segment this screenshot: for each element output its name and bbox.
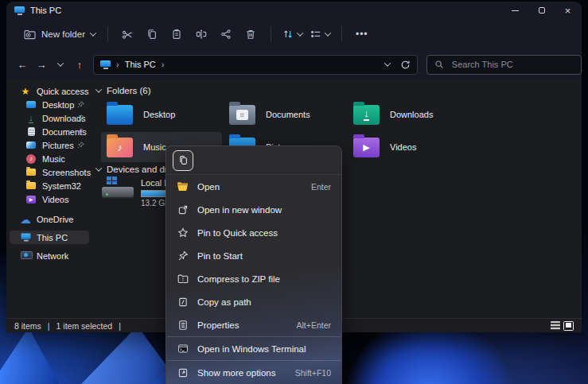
copy-button[interactable] <box>173 150 193 171</box>
minimize-button[interactable] <box>502 2 528 19</box>
collapse-chevron-icon[interactable] <box>95 165 102 171</box>
search-input[interactable] <box>450 59 562 70</box>
close-icon: × <box>565 6 571 16</box>
share-button[interactable] <box>214 24 239 45</box>
rename-button[interactable] <box>189 24 214 45</box>
open-folder-icon <box>177 181 189 192</box>
item-count: 8 items <box>14 321 41 331</box>
sidebar-item-desktop[interactable]: Desktop <box>10 98 89 111</box>
folder-tile-downloads[interactable]: ↓ Downloads <box>348 99 469 130</box>
sidebar-label: Desktop <box>42 100 74 110</box>
cut-button[interactable] <box>115 24 140 45</box>
forward-icon: → <box>37 59 47 71</box>
refresh-icon[interactable] <box>400 60 411 70</box>
menu-item-open-in-new-window[interactable]: Open in new window <box>166 198 341 221</box>
back-icon: ← <box>18 59 28 71</box>
titlebar[interactable]: This PC × <box>6 2 582 19</box>
sidebar-item-screenshots[interactable]: Screenshots <box>10 165 89 179</box>
toolbar-divider <box>107 26 108 42</box>
menu-item-compress-to-zip[interactable]: Compress to ZIP file <box>166 267 341 290</box>
maximize-button[interactable] <box>528 2 555 19</box>
rename-icon <box>196 29 207 40</box>
details-view-icon[interactable] <box>551 321 560 330</box>
sidebar-label: Music <box>42 154 65 164</box>
terminal-icon <box>177 343 189 354</box>
forward-button[interactable]: → <box>32 55 51 74</box>
toolbar-divider <box>341 26 342 42</box>
recent-locations-button[interactable] <box>51 55 70 74</box>
cut-icon <box>122 29 133 40</box>
pin-icon <box>77 114 84 122</box>
sidebar-item-videos[interactable]: ▶ Videos <box>10 192 89 206</box>
up-icon: ↑ <box>77 59 83 71</box>
back-button[interactable]: ← <box>13 55 32 74</box>
folder-tile-desktop[interactable]: Desktop <box>101 99 222 130</box>
folder-tile-videos[interactable]: ▶ Videos <box>348 132 469 162</box>
pictures-icon <box>25 140 37 150</box>
network-icon <box>20 250 31 261</box>
up-button[interactable]: ↑ <box>70 55 89 74</box>
open-new-window-icon <box>177 204 189 215</box>
show-more-icon <box>177 367 189 378</box>
menu-item-open-in-windows-terminal[interactable]: Open in Windows Terminal <box>166 337 341 360</box>
breadcrumb-this-pc[interactable]: This PC <box>125 60 156 69</box>
folder-desktop-icon <box>107 105 133 125</box>
sidebar-item-music[interactable]: ♪ Music <box>10 152 89 165</box>
new-folder-button[interactable]: New folder <box>19 26 100 43</box>
maximize-icon <box>539 7 545 14</box>
hard-drive-icon <box>101 176 134 214</box>
more-options-button[interactable]: ••• <box>349 29 375 40</box>
close-button[interactable]: × <box>555 2 581 19</box>
collapse-chevron-icon[interactable] <box>95 86 102 92</box>
sort-button[interactable] <box>278 24 306 45</box>
address-bar: ← → ↑ › This PC › <box>6 49 582 80</box>
folder-tile-documents[interactable]: ≡ Documents <box>224 99 345 130</box>
search-box[interactable] <box>426 55 582 75</box>
breadcrumb[interactable]: › This PC › <box>93 55 418 75</box>
chevron-down-icon <box>90 29 96 36</box>
sidebar-item-system32[interactable]: System32 <box>10 179 89 192</box>
sidebar-item-documents[interactable]: Documents <box>10 125 89 138</box>
music-icon: ♪ <box>25 153 37 164</box>
address-dropdown-icon[interactable] <box>384 60 391 66</box>
sidebar-label: OneDrive <box>37 215 73 224</box>
folder-music-icon: ♪ <box>107 138 133 157</box>
context-menu-mini-toolbar <box>166 146 341 175</box>
large-thumbnails-view-icon[interactable] <box>563 321 574 331</box>
sidebar-label: Screenshots <box>42 168 91 177</box>
menu-item-pin-to-quick-access[interactable]: Pin to Quick access <box>166 221 341 244</box>
pin-icon <box>77 128 84 135</box>
chevron-down-icon <box>57 60 64 66</box>
paste-button[interactable] <box>165 24 189 45</box>
command-bar: New folder ••• <box>6 19 582 49</box>
menu-item-show-more-options[interactable]: Show more options Shift+F10 <box>166 361 341 384</box>
window-title: This PC <box>30 6 61 15</box>
sidebar-item-onedrive[interactable]: ☁ OneDrive <box>10 212 89 226</box>
sort-icon <box>282 29 294 40</box>
sidebar-item-network[interactable]: Network <box>10 249 89 262</box>
star-icon: ★ <box>20 86 31 96</box>
new-folder-icon <box>24 29 36 40</box>
paste-icon <box>171 29 182 40</box>
pin-icon <box>177 250 189 262</box>
sidebar-item-downloads[interactable]: ↓ Downloads <box>10 111 89 125</box>
menu-item-pin-to-start[interactable]: Pin to Start <box>166 244 341 267</box>
sidebar-label: Quick access <box>37 87 88 96</box>
menu-item-copy-as-path[interactable]: Copy as path <box>166 290 341 313</box>
copy-button[interactable] <box>140 24 165 45</box>
folders-section-label: Folders (6) <box>107 86 151 95</box>
minimize-icon <box>512 10 519 11</box>
view-button[interactable] <box>306 24 334 45</box>
delete-button[interactable] <box>239 24 263 45</box>
sidebar-item-this-pc[interactable]: This PC <box>10 231 89 244</box>
sidebar-item-quick-access[interactable]: ★ Quick access <box>10 84 89 98</box>
menu-item-properties[interactable]: Properties Alt+Enter <box>166 313 341 336</box>
folders-section-header[interactable]: Folders (6) <box>96 86 151 95</box>
status-divider: | <box>119 321 121 331</box>
share-icon <box>220 29 232 40</box>
properties-icon <box>177 320 189 331</box>
star-outline-icon <box>177 227 189 239</box>
menu-item-open[interactable]: Open Enter <box>166 175 341 198</box>
sidebar-item-pictures[interactable]: Pictures <box>10 138 89 152</box>
copy-path-icon <box>177 297 189 308</box>
